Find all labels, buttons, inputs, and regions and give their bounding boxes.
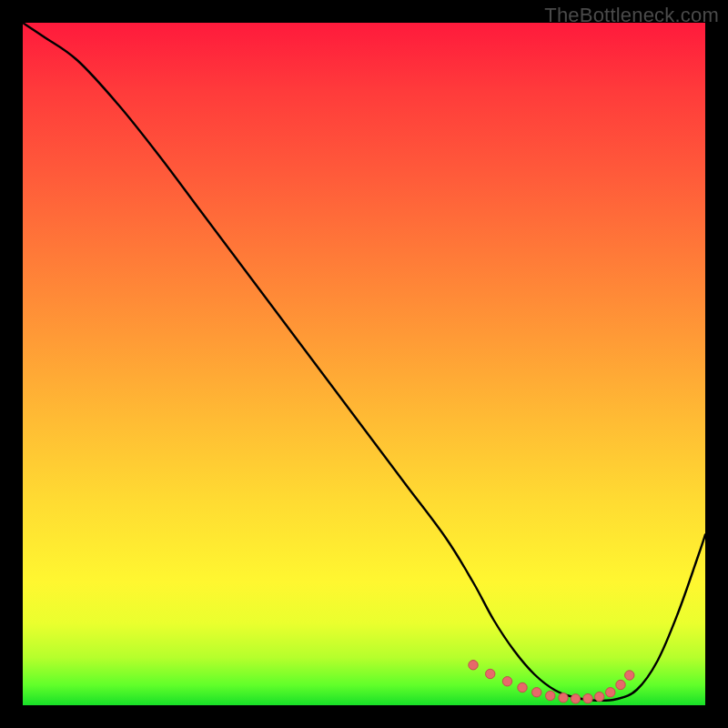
marker-dot bbox=[469, 661, 478, 670]
marker-dot bbox=[616, 680, 625, 689]
marker-dot bbox=[583, 693, 592, 703]
marker-dot bbox=[518, 682, 527, 692]
marker-dot bbox=[486, 669, 495, 678]
marker-dot bbox=[606, 688, 615, 697]
marker-dot bbox=[571, 694, 580, 703]
marker-dot bbox=[595, 692, 604, 701]
watermark-text: TheBottleneck.com bbox=[544, 4, 719, 27]
marker-dot bbox=[502, 677, 511, 686]
bottleneck-curve bbox=[23, 23, 705, 701]
plot-area bbox=[23, 23, 705, 705]
marker-dot bbox=[559, 693, 568, 703]
marker-dot bbox=[546, 691, 555, 700]
marker-dot bbox=[532, 688, 541, 697]
bottleneck-curve-svg bbox=[23, 23, 705, 705]
optimal-range-markers bbox=[469, 661, 634, 704]
chart-frame: TheBottleneck.com bbox=[0, 0, 728, 728]
marker-dot bbox=[625, 671, 634, 680]
